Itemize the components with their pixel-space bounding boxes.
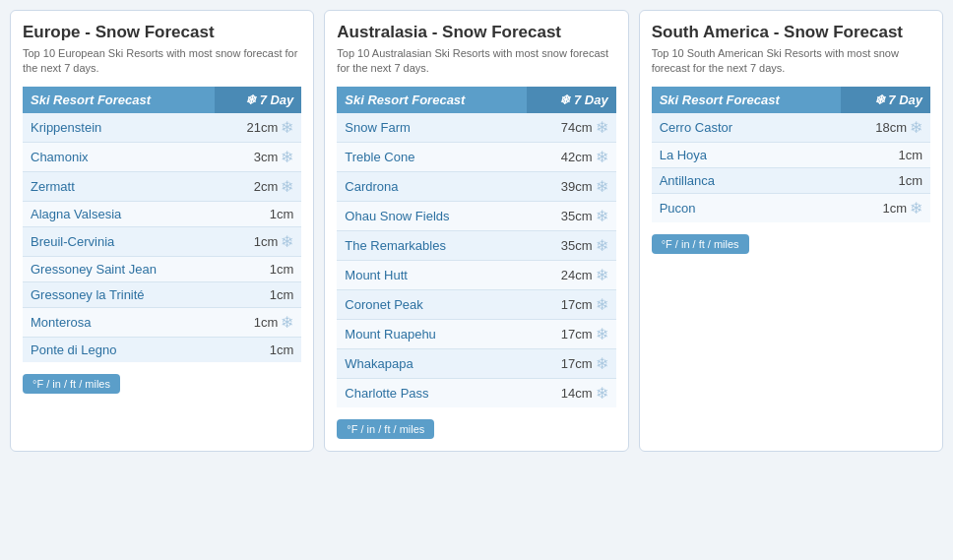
- panel-europe: Europe - Snow ForecastTop 10 European Sk…: [10, 10, 314, 452]
- panel-title: Australasia - Snow Forecast: [337, 23, 615, 42]
- panel-subtitle: Top 10 South American Ski Resorts with m…: [652, 46, 930, 77]
- snow-amount: 18cm: [875, 120, 907, 135]
- snow-amount-cell: 35cm❄: [527, 230, 616, 260]
- snow-amount-cell: 1cm: [215, 256, 301, 281]
- snowflake-icon: ❄: [596, 266, 608, 284]
- resort-name[interactable]: Zermatt: [31, 179, 75, 194]
- snow-amount-cell: 18cm❄: [841, 113, 930, 143]
- table-row: Whakapapa17cm❄: [337, 348, 615, 378]
- resort-name-cell: Antillanca: [652, 167, 841, 193]
- resort-name[interactable]: Antillanca: [660, 173, 715, 188]
- resort-name[interactable]: Alagna Valsesia: [31, 207, 121, 221]
- table-row: Cardrona39cm❄: [337, 171, 615, 201]
- table-row: Pucon1cm❄: [652, 193, 930, 222]
- snow-amount-cell: 14cm❄: [527, 378, 616, 407]
- resort-name-cell: The Remarkables: [337, 230, 526, 260]
- resort-name[interactable]: Coronet Peak: [345, 297, 423, 312]
- resort-name[interactable]: Whakapapa: [345, 356, 413, 371]
- snow-amount-cell: 1cm: [215, 281, 301, 307]
- snow-amount: 17cm: [561, 356, 593, 371]
- table-row: Alagna Valsesia1cm: [23, 201, 301, 226]
- units-toggle-button[interactable]: °F / in / ft / miles: [652, 234, 749, 254]
- snow-amount: 1cm: [270, 262, 294, 277]
- forecast-table: Ski Resort Forecast❄ 7 DayKrippenstein21…: [23, 87, 301, 362]
- resort-name-cell: Treble Cone: [337, 142, 526, 171]
- table-row: Ohau Snow Fields35cm❄: [337, 201, 615, 230]
- snow-amount: 1cm: [898, 148, 922, 162]
- table-row: Breuil-Cervinia1cm❄: [23, 226, 301, 256]
- snow-amount-cell: 39cm❄: [527, 171, 616, 201]
- units-toggle-button[interactable]: °F / in / ft / miles: [337, 419, 434, 439]
- snow-amount: 14cm: [561, 386, 593, 401]
- resort-name[interactable]: The Remarkables: [345, 238, 446, 253]
- resort-name[interactable]: Ohau Snow Fields: [345, 209, 449, 223]
- resort-name[interactable]: Monterosa: [31, 315, 91, 330]
- table-row: Snow Farm74cm❄: [337, 113, 615, 143]
- resort-name-cell: Coronet Peak: [337, 289, 526, 319]
- snow-amount-cell: 17cm❄: [527, 289, 616, 319]
- resort-name-cell: Cardrona: [337, 171, 526, 201]
- resort-name-cell: Gressoney Saint Jean: [23, 256, 215, 281]
- resort-name[interactable]: Charlotte Pass: [345, 386, 428, 401]
- table-row: Chamonix3cm❄: [23, 142, 301, 171]
- table-row: Krippenstein21cm❄: [23, 113, 301, 143]
- snow-amount: 17cm: [561, 297, 593, 312]
- snow-amount-cell: 1cm: [215, 337, 301, 362]
- panel-subtitle: Top 10 Australasian Ski Resorts with mos…: [337, 46, 615, 77]
- table-row: Monterosa1cm❄: [23, 307, 301, 337]
- units-toggle-button[interactable]: °F / in / ft / miles: [23, 374, 120, 394]
- snow-amount-cell: 17cm❄: [527, 319, 616, 348]
- table-header-7day: ❄ 7 Day: [215, 87, 301, 113]
- snowflake-icon: ❄: [281, 177, 293, 196]
- forecast-table: Ski Resort Forecast❄ 7 DayCerro Castor18…: [652, 87, 930, 222]
- resort-name[interactable]: Mount Hutt: [345, 268, 408, 282]
- snow-amount: 1cm: [270, 207, 294, 221]
- resort-name[interactable]: Ponte di Legno: [31, 342, 116, 357]
- snow-amount: 35cm: [561, 209, 593, 223]
- snow-amount: 24cm: [561, 268, 593, 282]
- resort-name[interactable]: Krippenstein: [31, 120, 101, 135]
- resort-name[interactable]: Chamonix: [31, 150, 89, 164]
- resort-name[interactable]: Gressoney Saint Jean: [31, 262, 157, 277]
- resort-name[interactable]: Breuil-Cervinia: [31, 234, 114, 249]
- table-row: Ponte di Legno1cm: [23, 337, 301, 362]
- snow-amount: 21cm: [247, 120, 279, 135]
- table-row: Gressoney Saint Jean1cm: [23, 256, 301, 281]
- table-row: Mount Hutt24cm❄: [337, 260, 615, 289]
- snow-amount: 1cm: [270, 342, 294, 357]
- resort-name[interactable]: Pucon: [660, 201, 696, 216]
- panel-australasia: Australasia - Snow ForecastTop 10 Austra…: [324, 10, 628, 452]
- snowflake-icon: ❄: [281, 148, 293, 166]
- snow-amount: 74cm: [561, 120, 593, 135]
- resort-name[interactable]: Treble Cone: [345, 150, 414, 164]
- resort-name[interactable]: Snow Farm: [345, 120, 410, 135]
- resort-name-cell: Mount Hutt: [337, 260, 526, 289]
- table-row: Mount Ruapehu17cm❄: [337, 319, 615, 348]
- resort-name-cell: Ponte di Legno: [23, 337, 215, 362]
- resort-name-cell: Ohau Snow Fields: [337, 201, 526, 230]
- table-header-7day: ❄ 7 Day: [527, 87, 616, 113]
- snowflake-icon: ❄: [281, 313, 293, 332]
- snow-amount-cell: 1cm❄: [841, 193, 930, 222]
- resort-name[interactable]: Cardrona: [345, 179, 398, 194]
- resort-name-cell: Whakapapa: [337, 348, 526, 378]
- table-row: La Hoya1cm: [652, 142, 930, 167]
- snow-amount-cell: 74cm❄: [527, 113, 616, 143]
- snowflake-icon: ❄: [596, 354, 608, 373]
- panel-subtitle: Top 10 European Ski Resorts with most sn…: [23, 46, 301, 77]
- resort-name[interactable]: Mount Ruapehu: [345, 327, 436, 342]
- snowflake-icon: ❄: [596, 295, 608, 314]
- resort-name[interactable]: Gressoney la Trinité: [31, 287, 145, 302]
- resort-name-cell: Krippenstein: [23, 113, 215, 143]
- resort-name-cell: Zermatt: [23, 171, 215, 201]
- resort-name[interactable]: Cerro Castor: [660, 120, 732, 135]
- snow-amount: 17cm: [561, 327, 593, 342]
- resort-name-cell: Pucon: [652, 193, 841, 222]
- panel-south-america: South America - Snow ForecastTop 10 Sout…: [639, 10, 943, 452]
- table-row: Charlotte Pass14cm❄: [337, 378, 615, 407]
- snowflake-icon: ❄: [596, 325, 608, 343]
- snow-amount: 1cm: [882, 201, 907, 216]
- resort-name[interactable]: La Hoya: [660, 148, 707, 162]
- resort-name-cell: Snow Farm: [337, 113, 526, 143]
- resort-name-cell: Monterosa: [23, 307, 215, 337]
